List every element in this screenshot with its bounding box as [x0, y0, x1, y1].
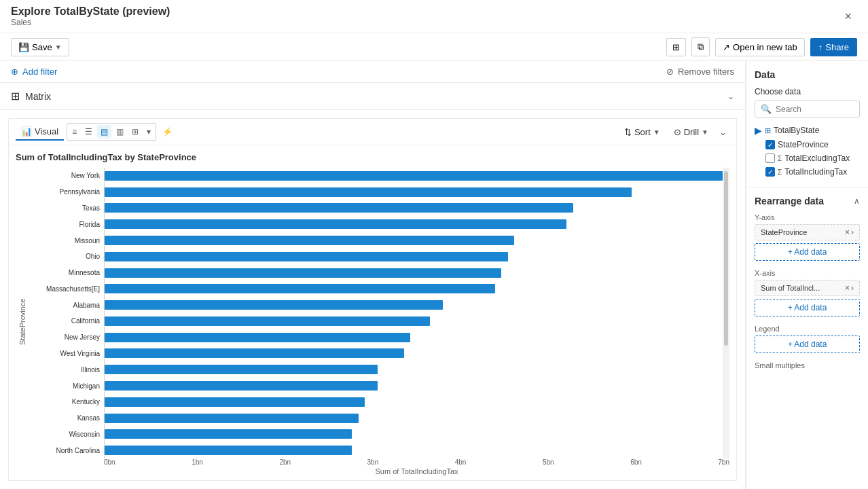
y-chip-label: StateProvince: [761, 228, 807, 236]
chart-container: StateProvince New YorkPennsylvaniaTexasF…: [16, 168, 729, 475]
bar: [105, 348, 404, 358]
horizontal-bar-button[interactable]: ▤: [97, 125, 111, 139]
bar-row[interactable]: [105, 313, 723, 329]
bar-row[interactable]: [105, 442, 723, 458]
bar-row[interactable]: [105, 361, 723, 378]
bar-row[interactable]: [105, 232, 723, 249]
bar-row[interactable]: [105, 184, 723, 200]
tree-child-checkbox[interactable]: [765, 140, 775, 149]
legend-add-data-button[interactable]: + Add data: [755, 336, 860, 353]
tree-root-label: TotalByState: [774, 126, 819, 135]
x-axis-section-label: X-axis: [755, 269, 860, 277]
x-labels: 0bn1bn2bn3bn4bn5bn6bn7bn: [104, 458, 729, 466]
bars-section: New YorkPennsylvaniaTexasFloridaMissouri…: [29, 168, 729, 458]
tree-child-checkbox[interactable]: [765, 167, 775, 177]
remove-filters-button[interactable]: ⊘ Remove filters: [666, 67, 734, 77]
bar-row[interactable]: [105, 280, 723, 297]
save-icon: 💾: [18, 42, 29, 52]
y-axis-add-data-button[interactable]: + Add data: [755, 243, 860, 261]
bar-row[interactable]: [105, 297, 723, 313]
open-new-tab-button[interactable]: ↗ Open in new tab: [715, 38, 805, 56]
tree-child-item[interactable]: ΣTotalIncludingTax: [755, 165, 860, 179]
search-input[interactable]: [776, 105, 854, 114]
bar: [105, 429, 352, 439]
add-filter-button[interactable]: ⊕ Add filter: [11, 67, 57, 77]
column-chart-button[interactable]: ▥: [113, 125, 127, 139]
x-chip-expand-button[interactable]: ›: [851, 283, 854, 293]
bar-row[interactable]: [105, 249, 723, 265]
matrix-icon: ⊞: [11, 90, 20, 103]
sort-button[interactable]: ⇅ Sort ▼: [619, 124, 666, 140]
y-label: North Carolina: [29, 442, 104, 458]
view-icon-button[interactable]: ⊞: [666, 38, 686, 56]
tree-child-item[interactable]: ΣTotalExcludingTax: [755, 151, 860, 165]
bar: [105, 397, 365, 407]
bar: [105, 414, 359, 423]
bar-row[interactable]: [105, 410, 723, 427]
bar-row[interactable]: [105, 346, 723, 362]
bar-row[interactable]: [105, 200, 723, 217]
header-left: Explore TotalByState (preview) Sales: [11, 5, 170, 27]
bar-row[interactable]: [105, 265, 723, 281]
y-axis-section-label: Y-axis: [755, 213, 860, 221]
save-dropdown-arrow[interactable]: ▼: [55, 43, 62, 51]
y-label: California: [29, 313, 104, 329]
bar: [105, 365, 378, 374]
tree-child-label: StateProvince: [778, 140, 829, 149]
x-axis-add-data-button[interactable]: + Add data: [755, 299, 860, 316]
remove-filters-label: Remove filters: [678, 67, 734, 77]
layout-icon-button[interactable]: ⧉: [691, 37, 710, 56]
bar-row[interactable]: [105, 394, 723, 410]
save-button[interactable]: 💾 Save ▼: [11, 38, 69, 56]
tree-child-label: TotalExcludingTax: [784, 153, 850, 163]
y-labels: New YorkPennsylvaniaTexasFloridaMissouri…: [29, 168, 104, 458]
more-chart-button[interactable]: ▾: [143, 125, 154, 139]
data-section-title: Data: [755, 69, 775, 80]
matrix-section: ⊞ Matrix ⌄: [0, 83, 745, 110]
table-chart-button[interactable]: ⊞: [128, 125, 142, 139]
header-right: ×: [839, 7, 857, 26]
collapse-visual-button[interactable]: ⌄: [717, 124, 729, 140]
scrollbar-thumb[interactable]: [724, 171, 728, 346]
y-axis-chip: StateProvince × ›: [755, 224, 860, 240]
filter-visual-button[interactable]: ⚡: [159, 125, 176, 139]
sigma-icon: Σ: [778, 155, 782, 162]
visual-tab[interactable]: 📊 Visual: [16, 124, 64, 141]
scrollbar[interactable]: [723, 168, 729, 458]
x-chip-remove-button[interactable]: ×: [845, 283, 850, 293]
tree-child-checkbox[interactable]: [765, 153, 775, 163]
bar-row[interactable]: [105, 168, 723, 184]
tree-expand-icon[interactable]: ▶: [755, 125, 762, 136]
y-label: Alabama: [29, 297, 104, 313]
close-button[interactable]: ×: [839, 7, 857, 26]
list-chart-button[interactable]: ☰: [82, 125, 96, 139]
search-box[interactable]: 🔍: [755, 101, 860, 117]
bar-row[interactable]: [105, 427, 723, 443]
rearrange-collapse-icon[interactable]: ∧: [854, 196, 860, 206]
bar: [105, 236, 514, 245]
share-button[interactable]: ↑ Share: [810, 38, 857, 56]
rearrange-title: Rearrange data: [755, 196, 824, 206]
matrix-header[interactable]: ⊞ Matrix ⌄: [0, 83, 745, 109]
bar: [105, 203, 573, 213]
bar-row[interactable]: [105, 329, 723, 346]
x-tick-label: 2bn: [279, 458, 291, 466]
y-label: Missouri: [29, 232, 104, 249]
y-label: Minnesota: [29, 265, 104, 281]
y-chip-expand-button[interactable]: ›: [851, 228, 854, 237]
bar-row[interactable]: [105, 216, 723, 232]
tree-child-item[interactable]: StateProvince: [755, 138, 860, 151]
bar: [105, 300, 443, 310]
bar-chart-button[interactable]: ≡: [69, 125, 80, 139]
y-label: Kentucky: [29, 394, 104, 410]
bar: [105, 284, 495, 293]
bar: [105, 446, 352, 455]
choose-data-label: Choose data: [755, 87, 860, 96]
table-icon: ⊞: [765, 126, 771, 135]
bar-row[interactable]: [105, 378, 723, 394]
y-chip-remove-button[interactable]: ×: [845, 228, 850, 237]
chart-area: Sum of TotalIncludingTax by StateProvinc…: [9, 145, 736, 480]
add-filter-label: Add filter: [22, 67, 57, 77]
x-chip-label: Sum of TotalIncl...: [761, 284, 820, 292]
drill-button[interactable]: ⊙ Drill ▼: [668, 124, 714, 140]
